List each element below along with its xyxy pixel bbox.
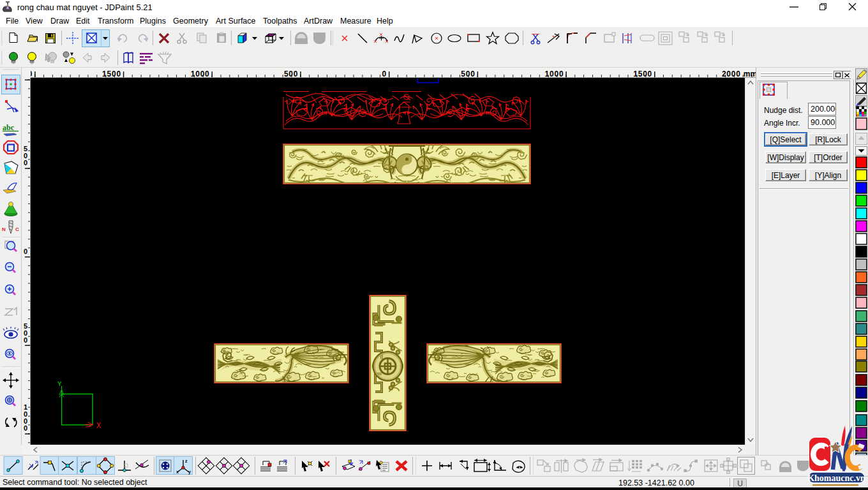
svg-text:x: x bbox=[176, 470, 179, 474]
svg-text:0: 0 bbox=[24, 159, 27, 167]
svg-text:y: y bbox=[188, 470, 191, 475]
svg-text:500: 500 bbox=[284, 70, 298, 78]
svg-text:0: 0 bbox=[382, 70, 387, 78]
svg-text:abc: abc bbox=[3, 123, 15, 132]
svg-text:X: X bbox=[96, 422, 101, 431]
svg-text:Khomaucnc.vn: Khomaucnc.vn bbox=[807, 473, 865, 483]
svg-text:0: 0 bbox=[24, 424, 27, 432]
svg-text:1500: 1500 bbox=[633, 70, 652, 78]
svg-text:Y: Y bbox=[57, 380, 62, 388]
svg-text:z: z bbox=[185, 459, 188, 463]
svg-text:1000: 1000 bbox=[191, 70, 210, 78]
svg-text:1000: 1000 bbox=[544, 70, 564, 78]
svg-text:0: 0 bbox=[24, 78, 27, 78]
svg-text:N: N bbox=[2, 226, 6, 232]
svg-text:0: 0 bbox=[24, 336, 27, 344]
svg-text:500: 500 bbox=[461, 70, 475, 78]
svg-text:mm: mm bbox=[744, 70, 756, 78]
svg-text:0: 0 bbox=[24, 248, 27, 255]
svg-text:C: C bbox=[15, 226, 19, 232]
svg-text:1500: 1500 bbox=[102, 70, 121, 78]
svg-text:2000: 2000 bbox=[722, 70, 741, 78]
